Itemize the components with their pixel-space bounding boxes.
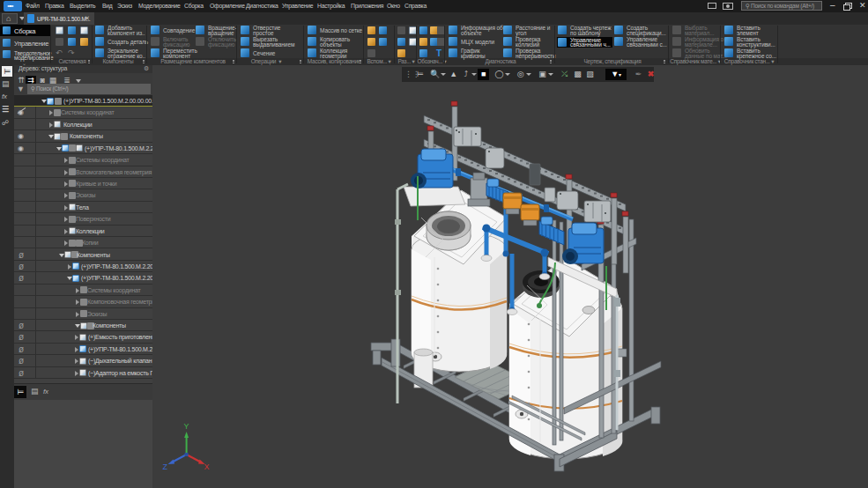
svg-text:Z: Z [163, 462, 168, 471]
svg-text:Y: Y [184, 422, 189, 431]
svg-text:X: X [204, 462, 210, 471]
